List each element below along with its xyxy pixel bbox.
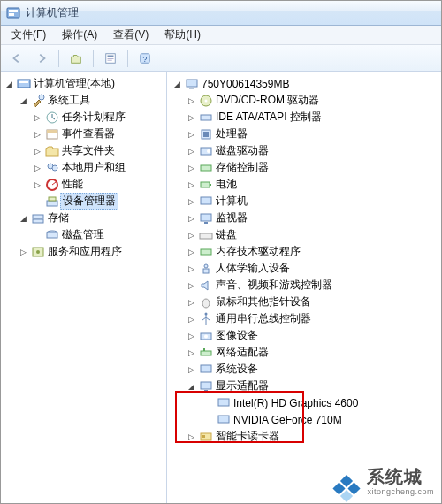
dev-usb[interactable]: ▷通用串行总线控制器: [167, 310, 441, 327]
toolbar-separator: [93, 50, 94, 67]
dev-dvd[interactable]: ▷DVD/CD-ROM 驱动器: [167, 92, 441, 109]
collapse-icon[interactable]: ◢: [19, 96, 28, 105]
menu-action[interactable]: 操作(A): [55, 26, 104, 44]
tree-root[interactable]: ◢ 计算机管理(本地): [1, 75, 166, 92]
dev-system[interactable]: ▷系统设备: [167, 361, 441, 378]
dev-battery[interactable]: ▷电池: [167, 176, 441, 193]
expand-icon[interactable]: ▷: [19, 248, 28, 256]
properties-button[interactable]: [100, 49, 121, 68]
tree-event-viewer[interactable]: ▷事件查看器: [1, 126, 166, 142]
expand-icon[interactable]: ▷: [187, 231, 196, 240]
keyboard-icon: [199, 228, 213, 242]
menu-file[interactable]: 文件(F): [4, 26, 53, 44]
usb-icon: [199, 312, 213, 326]
gpu-icon: [217, 413, 231, 427]
expand-icon[interactable]: ▷: [187, 298, 196, 307]
services-icon: [31, 245, 45, 259]
disk-drive-icon: [199, 144, 213, 158]
tree-shared-folders[interactable]: ▷共享文件夹: [1, 142, 166, 159]
expand-icon[interactable]: ▷: [187, 365, 196, 374]
svg-point-48: [205, 312, 208, 315]
tree-device-manager[interactable]: 设备管理器: [1, 193, 166, 210]
dev-cpu[interactable]: ▷处理器: [167, 126, 441, 142]
dev-hid[interactable]: ▷人体学输入设备: [167, 260, 441, 277]
svg-rect-7: [108, 59, 112, 60]
help-button[interactable]: ?: [134, 49, 156, 68]
expand-icon[interactable]: ▷: [187, 197, 196, 206]
svg-rect-37: [201, 165, 211, 171]
content-area: ◢ 计算机管理(本地) ◢ 系统工具 ▷任务计划程序 ▷事件查看器: [1, 72, 441, 503]
expand-icon[interactable]: ▷: [187, 147, 196, 156]
tree-local-users[interactable]: ▷本地用户和组: [1, 159, 166, 176]
dev-smartcard[interactable]: ▷智能卡读卡器: [167, 428, 441, 445]
expand-icon[interactable]: ▷: [33, 130, 42, 139]
dev-imaging[interactable]: ▷图像设备: [167, 327, 441, 344]
dev-gpu-nvidia[interactable]: NVIDIA GeForce 710M: [167, 411, 441, 428]
expand-icon[interactable]: ▷: [33, 113, 42, 122]
back-button[interactable]: [6, 49, 27, 68]
dev-keyboard[interactable]: ▷键盘: [167, 226, 441, 243]
expand-icon[interactable]: ▷: [187, 332, 196, 340]
dev-monitor[interactable]: ▷监视器: [167, 210, 441, 226]
device-tree[interactable]: ◢ 750Y00614359MB ▷DVD/CD-ROM 驱动器 ▷IDE AT…: [167, 72, 441, 503]
collapse-icon[interactable]: ◢: [187, 382, 196, 391]
tree-storage[interactable]: ◢ 存储: [1, 210, 166, 226]
svg-rect-52: [203, 348, 205, 351]
expand-icon[interactable]: ▷: [33, 164, 42, 172]
mouse-icon: [199, 295, 213, 309]
svg-rect-10: [18, 80, 30, 88]
collapse-icon[interactable]: ◢: [19, 214, 28, 223]
expand-icon[interactable]: ▷: [33, 147, 42, 156]
system-icon: [199, 363, 213, 377]
svg-text:?: ?: [143, 54, 148, 63]
dev-gpu-intel[interactable]: Intel(R) HD Graphics 4600: [167, 394, 441, 411]
svg-point-45: [204, 264, 208, 268]
dev-network[interactable]: ▷网络适配器: [167, 344, 441, 361]
expand-icon[interactable]: ▷: [187, 348, 196, 357]
tree-services-apps[interactable]: ▷ 服务和应用程序: [1, 243, 166, 260]
svg-rect-29: [189, 88, 194, 89]
tools-icon: [31, 94, 45, 108]
dev-sound[interactable]: ▷声音、视频和游戏控制器: [167, 277, 441, 294]
gpu-icon: [217, 396, 231, 410]
dev-storage-ctrl[interactable]: ▷存储控制器: [167, 159, 441, 176]
expand-icon[interactable]: ▷: [187, 180, 196, 189]
dev-display[interactable]: ◢显示适配器: [167, 378, 441, 394]
tree-devmgr-label: 设备管理器: [60, 193, 118, 210]
device-root[interactable]: ◢ 750Y00614359MB: [167, 75, 441, 92]
expand-icon[interactable]: ▷: [33, 180, 42, 189]
tree-performance[interactable]: ▷性能: [1, 176, 166, 193]
expand-icon[interactable]: ▷: [187, 113, 196, 122]
menu-view[interactable]: 查看(V): [106, 26, 156, 44]
expand-icon[interactable]: ▷: [187, 164, 196, 172]
dev-memtech[interactable]: ▷内存技术驱动程序: [167, 243, 441, 260]
console-tree[interactable]: ◢ 计算机管理(本地) ◢ 系统工具 ▷任务计划程序 ▷事件查看器: [1, 72, 167, 503]
devmgr-icon: [45, 195, 59, 209]
window-title: 计算机管理: [26, 5, 79, 20]
expand-icon[interactable]: ▷: [187, 281, 196, 290]
dev-computer[interactable]: ▷计算机: [167, 193, 441, 210]
expand-icon[interactable]: ▷: [187, 130, 196, 139]
memory-icon: [199, 245, 213, 259]
up-button[interactable]: [65, 49, 87, 68]
svg-rect-44: [201, 249, 211, 255]
collapse-icon[interactable]: ◢: [172, 80, 182, 88]
menu-help[interactable]: 帮助(H): [157, 26, 208, 44]
clock-icon: [45, 111, 59, 125]
dev-mouse[interactable]: ▷鼠标和其他指针设备: [167, 294, 441, 310]
expand-icon[interactable]: ▷: [187, 96, 196, 105]
expand-icon[interactable]: ▷: [187, 432, 196, 441]
dev-ide[interactable]: ▷IDE ATA/ATAPI 控制器: [167, 109, 441, 126]
dev-disk[interactable]: ▷磁盘驱动器: [167, 142, 441, 159]
expand-icon[interactable]: ▷: [187, 315, 196, 324]
svg-rect-41: [201, 214, 211, 221]
forward-button[interactable]: [31, 49, 52, 68]
tree-disk-mgmt[interactable]: 磁盘管理: [1, 226, 166, 243]
collapse-icon[interactable]: ◢: [4, 80, 14, 88]
svg-rect-16: [46, 149, 58, 156]
expand-icon[interactable]: ▷: [187, 248, 196, 256]
expand-icon[interactable]: ▷: [187, 264, 196, 273]
tree-systools[interactable]: ◢ 系统工具: [1, 92, 166, 109]
expand-icon[interactable]: ▷: [187, 214, 196, 223]
tree-task-scheduler[interactable]: ▷任务计划程序: [1, 109, 166, 126]
